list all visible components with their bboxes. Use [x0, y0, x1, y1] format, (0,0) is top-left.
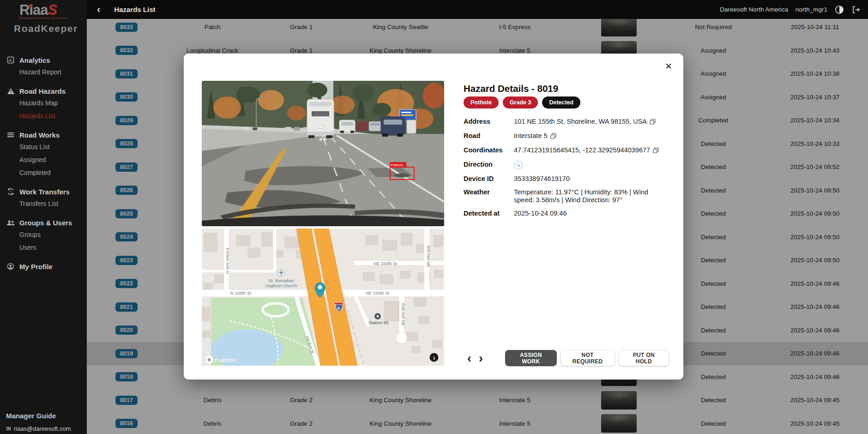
nav-section: Road HazardsHazards MapHazards List: [0, 85, 87, 122]
status-badge: Pothole: [464, 96, 499, 108]
theme-toggle-icon[interactable]: [835, 5, 844, 14]
sidebar-item-transfers-list[interactable]: Transfers List: [0, 197, 87, 210]
top-bar: ‹ Hazards List Dareesoft North America n…: [87, 0, 868, 19]
next-hazard-icon[interactable]: ›: [475, 351, 487, 365]
section-label: Work Transfers: [19, 188, 70, 196]
app-logo: RiaaS Roadhazard Information as a Servic…: [0, 0, 87, 34]
transfers-icon: [6, 188, 15, 195]
close-icon[interactable]: ✕: [665, 61, 672, 72]
modal-title: Hazard Details - 8019: [464, 83, 558, 94]
svg-text:Station 65: Station 65: [369, 320, 389, 325]
analytics-icon: [6, 56, 15, 64]
sidebar-section-my-profile[interactable]: My Profile: [0, 261, 87, 272]
brand-tagline: Roadhazard Information as a Service: [19, 17, 87, 19]
svg-text:Corliss Ave N: Corliss Ave N: [225, 248, 230, 274]
nav-section: Road WorksStatus ListAssignedCompleted: [0, 129, 87, 179]
sidebar-section-work-transfers[interactable]: Work Transfers: [0, 186, 87, 197]
sidebar-section-analytics[interactable]: Analytics: [0, 54, 87, 66]
detail-label: Coordinates: [464, 146, 514, 155]
prev-hazard-icon[interactable]: ‹: [464, 351, 475, 365]
not-required-button[interactable]: NOT REQUIRED: [561, 350, 615, 366]
copy-icon[interactable]: [550, 133, 556, 141]
contact-email[interactable]: ✉riaas@dareesoft.com: [6, 425, 84, 432]
sidebar-item-users[interactable]: Users: [0, 241, 87, 254]
groups-icon: [6, 220, 15, 226]
detail-label: Direction: [464, 161, 514, 169]
detail-list: Address101 NE 155th St, Shoreline, WA 98…: [464, 118, 665, 217]
detail-label: Road: [464, 132, 514, 141]
brand-dot: [29, 4, 32, 7]
svg-text:i: i: [433, 355, 434, 361]
section-label: Road Works: [19, 131, 60, 139]
detail-value: 101 NE 155th St, Shoreline, WA 98155, US…: [514, 118, 665, 127]
svg-text:Anglican Church: Anglican Church: [265, 283, 297, 288]
section-label: Road Hazards: [19, 87, 66, 95]
app-root: RiaaS Roadhazard Information as a Servic…: [0, 0, 868, 434]
put-on-hold-button[interactable]: PUT ON HOLD: [619, 350, 669, 366]
envelope-icon: ✉: [6, 425, 11, 432]
status-badge: Detected: [542, 96, 580, 108]
sidebar-item-completed[interactable]: Completed: [0, 166, 87, 179]
nav-section: Groups & UsersGroupsUsers: [0, 217, 87, 254]
sidebar-nav: AnalyticsHazard ReportRoad HazardsHazard…: [0, 54, 87, 279]
profile-icon: [6, 263, 15, 270]
top-bar-right: Dareesoft North America north_mgr1: [720, 5, 868, 14]
svg-text:NE 156th St: NE 156th St: [374, 261, 398, 266]
status-badge: Grade 3: [503, 96, 538, 108]
svg-text:Pothole: Pothole: [391, 163, 404, 167]
sidebar-item-assigned[interactable]: Assigned: [0, 153, 87, 166]
detail-value: 353338974619170: [514, 175, 665, 183]
svg-text:St. Barnabas: St. Barnabas: [269, 278, 294, 283]
detail-label: Device ID: [464, 175, 514, 183]
detail-value: 47.741231915645415, -122.32925944039677: [514, 146, 665, 155]
nav-section: AnalyticsHazard Report: [0, 54, 87, 78]
sidebar-item-hazard-report[interactable]: Hazard Report: [0, 66, 87, 78]
detail-label: Address: [464, 118, 514, 127]
manager-guide-link[interactable]: Manager Guide: [6, 412, 84, 420]
hazard-map[interactable]: ↓ ↑ ↑ ↓ Corliss Ave N N 155th St NE 155t…: [202, 229, 444, 366]
svg-text:N 155th St: N 155th St: [230, 290, 251, 295]
detail-label: Weather: [464, 188, 514, 204]
org-name: Dareesoft North America: [720, 6, 788, 13]
detail-value: Interstate 5: [514, 132, 665, 141]
sidebar-section-road-hazards[interactable]: Road Hazards: [0, 85, 87, 96]
direction-icon: ↘: [514, 161, 523, 169]
detail-label: Detected at: [464, 210, 514, 217]
nav-section: My Profile: [0, 261, 87, 272]
svg-text:5: 5: [338, 306, 340, 311]
modal-footer: ‹ › ASSIGN WORK NOT REQUIRED PUT ON HOLD: [464, 350, 669, 366]
sidebar-item-hazards-map[interactable]: Hazards Map: [0, 96, 87, 109]
detail-value: ↘: [514, 161, 665, 169]
svg-text:NE 155th St: NE 155th St: [366, 290, 390, 295]
svg-text:mapbox: mapbox: [215, 357, 236, 363]
svg-text:2nd Ave NE: 2nd Ave NE: [401, 303, 406, 326]
badge-row: PotholeGrade 3Detected: [464, 96, 580, 108]
copy-icon[interactable]: [653, 147, 659, 155]
assign-work-button[interactable]: ASSIGN WORK: [505, 350, 557, 366]
section-label: Groups & Users: [19, 219, 72, 227]
section-label: Analytics: [19, 56, 50, 64]
sidebar-item-status-list[interactable]: Status List: [0, 140, 87, 153]
svg-text:3rd Ave NE: 3rd Ave NE: [426, 245, 431, 267]
product-name: RoadKeeper: [14, 23, 87, 34]
nav-section: Work TransfersTransfers List: [0, 186, 87, 210]
copy-icon[interactable]: [650, 119, 656, 127]
back-button[interactable]: ‹: [97, 5, 100, 14]
rv-vehicle: [307, 99, 334, 138]
hazard-icon: [6, 88, 15, 95]
sidebar-item-hazards-list[interactable]: Hazards List: [0, 109, 87, 122]
logout-icon[interactable]: [851, 5, 861, 14]
page-title: Hazards List: [114, 6, 155, 13]
sidebar-footer: Manager Guide ✉riaas@dareesoft.com: [6, 412, 84, 434]
sidebar: RiaaS Roadhazard Information as a Servic…: [0, 0, 87, 434]
hazard-details-modal: ✕: [184, 54, 683, 380]
sidebar-item-groups[interactable]: Groups: [0, 228, 87, 241]
sidebar-section-road-works[interactable]: Road Works: [0, 129, 87, 140]
sidebar-section-groups-users[interactable]: Groups & Users: [0, 217, 87, 228]
hazard-photo: Pothole: [202, 81, 444, 226]
detail-value: 2025-10-24 09:46: [514, 210, 665, 217]
section-label: My Profile: [19, 263, 53, 271]
map-info-icon: i: [430, 353, 439, 362]
detail-value: Temperature: 11.97°C | Humidity: 83% | W…: [514, 188, 665, 204]
mapbox-logo: mapbox: [205, 356, 236, 364]
